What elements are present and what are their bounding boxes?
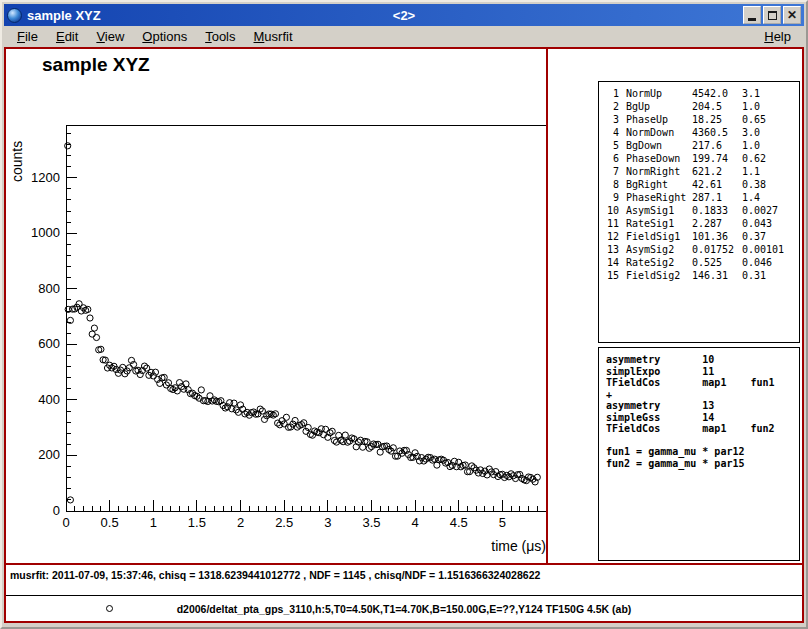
theory-line: fun1 = gamma_mu * par12 — [606, 446, 797, 458]
minimize-button[interactable] — [743, 6, 761, 24]
stats-row: 10AsymSig10.18330.0027 — [606, 204, 797, 217]
stats-row: 11RateSig12.2870.043 — [606, 217, 797, 230]
theory-line: simpleGss 14 — [606, 412, 797, 424]
menu-item-musrfit[interactable]: Musrfit — [245, 27, 302, 46]
menu-item-file[interactable]: File — [8, 27, 47, 46]
minimize-icon — [748, 18, 756, 21]
maximize-button[interactable] — [763, 6, 781, 24]
svg-text:800: 800 — [38, 281, 60, 296]
stats-row: 2BgUp204.51.0 — [606, 100, 797, 113]
menubar-items: FileEditViewOptionsToolsMusrfit — [8, 27, 302, 46]
close-icon: ✕ — [787, 9, 797, 21]
stats-row: 7NormRight621.21.1 — [606, 165, 797, 178]
theory-line: + — [606, 389, 797, 401]
window-title: sample XYZ — [27, 8, 101, 23]
maximize-icon — [768, 11, 777, 20]
menu-item-help[interactable]: Help — [755, 27, 800, 46]
menu-item-tools[interactable]: Tools — [196, 27, 244, 46]
stats-row: 4NormDown4360.53.0 — [606, 126, 797, 139]
stats-row: 1NormUp4542.03.1 — [606, 87, 797, 100]
stats-row: 9PhaseRight287.11.4 — [606, 191, 797, 204]
theory-line: asymmetry 13 — [606, 400, 797, 412]
legend-marker-icon — [106, 605, 113, 612]
fit-info-line: musrfit: 2011-07-09, 15:37:46, chisq = 1… — [10, 569, 540, 581]
stats-row: 14RateSig20.5250.046 — [606, 256, 797, 269]
window-workspace-label: <2> — [393, 8, 415, 23]
menu-item-edit[interactable]: Edit — [47, 27, 87, 46]
close-button[interactable]: ✕ — [783, 6, 801, 24]
stats-row: 3PhaseUp18.250.65 — [606, 113, 797, 126]
titlebar[interactable]: sample XYZ <2> ✕ — [4, 4, 804, 26]
menubar-help: Help — [755, 27, 800, 46]
svg-text:1200: 1200 — [31, 170, 60, 185]
root-canvas[interactable]: sample XYZ 00.511.522.533.544.5502004006… — [4, 47, 804, 623]
svg-text:600: 600 — [38, 336, 60, 351]
app-icon — [7, 8, 22, 23]
menubar: FileEditViewOptionsToolsMusrfit Help — [4, 26, 804, 47]
svg-text:1.5: 1.5 — [188, 515, 206, 530]
svg-text:5: 5 — [499, 515, 506, 530]
svg-text:3.5: 3.5 — [362, 515, 380, 530]
stats-row: 15FieldSig2146.310.31 — [606, 269, 797, 282]
svg-text:2.5: 2.5 — [275, 515, 293, 530]
parameter-stats-box: 1NormUp4542.03.12BgUp204.51.03PhaseUp18.… — [598, 81, 800, 343]
stats-row: 6PhaseDown199.740.62 — [606, 152, 797, 165]
svg-text:0: 0 — [62, 515, 69, 530]
theory-line: asymmetry 10 — [606, 354, 797, 366]
theory-line: simplExpo 11 — [606, 366, 797, 378]
svg-text:time (μs): time (μs) — [491, 538, 546, 554]
theory-line: fun2 = gamma_mu * par15 — [606, 458, 797, 470]
histogram-plot[interactable]: 00.511.522.533.544.550200400600800100012… — [6, 49, 548, 561]
theory-line: TFieldCos map1 fun1 — [606, 377, 797, 389]
svg-text:4.5: 4.5 — [450, 515, 468, 530]
stats-row: 8BgRight42.610.38 — [606, 178, 797, 191]
svg-text:1000: 1000 — [31, 225, 60, 240]
legend-label: d2006/deltat_pta_gps_3110,h:5,T0=4.50K,T… — [6, 603, 802, 615]
svg-text:counts: counts — [9, 141, 25, 182]
app-window: sample XYZ <2> ✕ FileEditViewOptionsTool… — [0, 0, 808, 629]
svg-text:400: 400 — [38, 392, 60, 407]
svg-text:200: 200 — [38, 447, 60, 462]
menu-item-view[interactable]: View — [87, 27, 133, 46]
window-controls: ✕ — [743, 6, 801, 24]
theory-function-box: asymmetry 10simplExpo 11TFieldCos map1 f… — [598, 347, 800, 561]
theory-line — [606, 435, 797, 447]
pad-divider-horizontal — [6, 563, 802, 565]
menu-item-options[interactable]: Options — [133, 27, 196, 46]
svg-text:3: 3 — [324, 515, 331, 530]
stats-row: 12FieldSig1101.360.37 — [606, 230, 797, 243]
svg-text:1: 1 — [150, 515, 157, 530]
pad-divider-vertical — [546, 49, 548, 563]
stats-row: 5BgDown217.61.0 — [606, 139, 797, 152]
theory-line: TFieldCos map1 fun2 — [606, 423, 797, 435]
svg-text:4: 4 — [411, 515, 418, 530]
svg-text:2: 2 — [237, 515, 244, 530]
legend: d2006/deltat_pta_gps_3110,h:5,T0=4.50K,T… — [6, 595, 802, 621]
stats-row: 13AsymSig20.017520.00101 — [606, 243, 797, 256]
svg-text:0.5: 0.5 — [101, 515, 119, 530]
svg-text:0: 0 — [53, 503, 60, 518]
